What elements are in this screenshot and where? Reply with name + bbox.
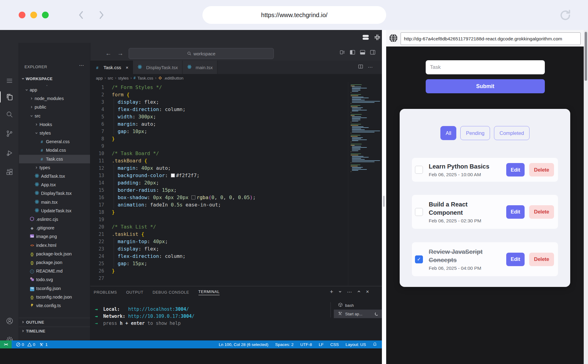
menu-icon[interactable] xyxy=(0,74,19,87)
timeline-section[interactable]: TIMELINE xyxy=(19,327,90,335)
close-panel-icon[interactable]: × xyxy=(366,289,369,295)
file-tree-item[interactable]: Hooks xyxy=(19,120,90,129)
explorer-icon[interactable] xyxy=(0,90,19,104)
edit-button[interactable]: Edit xyxy=(506,205,525,219)
workspace-root[interactable]: WORKSPACE xyxy=(19,75,90,82)
edit-button[interactable]: Edit xyxy=(506,253,525,266)
file-tree-item[interactable]: DisplayTask.tsx xyxy=(19,189,90,198)
filter-all-button[interactable]: All xyxy=(440,126,456,140)
browser-forward-icon[interactable] xyxy=(97,10,105,21)
delete-button[interactable]: Delete xyxy=(529,205,554,219)
explorer-actions-icon[interactable]: ⋯ xyxy=(79,62,84,68)
file-tree-item[interactable]: TStsconfig.json xyxy=(19,284,90,293)
file-tree-item[interactable]: styles xyxy=(19,129,90,137)
language-mode[interactable]: CSS xyxy=(330,342,339,347)
tab-task-css[interactable]: #Task.css× xyxy=(90,61,133,74)
file-tree-item[interactable]: app xyxy=(19,86,90,94)
browser-back-icon[interactable] xyxy=(77,10,85,21)
file-tree-item[interactable]: vite.config.ts xyxy=(19,301,90,310)
file-tree-item[interactable]: .eslintrc.cjs xyxy=(19,215,90,224)
minimize-window-button[interactable] xyxy=(30,12,37,18)
panel-tab-output[interactable]: OUTPUT xyxy=(126,290,143,295)
close-window-button[interactable] xyxy=(19,12,25,18)
indentation[interactable]: Spaces: 2 xyxy=(275,342,293,347)
panel-tab-terminal[interactable]: TERMINAL xyxy=(198,289,220,295)
file-tree-item[interactable]: types xyxy=(19,163,90,172)
file-tree-item[interactable]: AddTask.tsx xyxy=(19,172,90,180)
breadcrumb-item[interactable]: styles xyxy=(118,76,129,80)
file-tree-item[interactable]: image.png xyxy=(19,232,90,241)
toggle-sidebar-icon[interactable] xyxy=(349,49,356,57)
file-tree-item[interactable]: iREADME.md xyxy=(19,267,90,275)
divider-thumb[interactable] xyxy=(383,196,385,207)
browser-reload-icon[interactable] xyxy=(559,9,571,23)
preview-scrollbar[interactable] xyxy=(584,30,588,364)
file-tree-item[interactable]: {}package.json xyxy=(19,258,90,267)
delete-button[interactable]: Delete xyxy=(529,253,554,266)
maximize-window-button[interactable] xyxy=(42,12,49,18)
source-control-icon[interactable] xyxy=(0,127,19,140)
file-tree-item[interactable]: UpdateTask.tsx xyxy=(19,206,90,215)
task-checkbox[interactable]: ✓ xyxy=(415,255,423,263)
panel-tab-debug-console[interactable]: DEBUG CONSOLE xyxy=(153,290,189,295)
search-view-icon[interactable] xyxy=(0,108,19,121)
file-tree-item[interactable]: src xyxy=(19,112,90,120)
file-tree-item[interactable]: node_modules xyxy=(19,94,90,103)
browser-url-bar[interactable]: https://www.techgrind.io/ xyxy=(202,6,386,24)
file-tree-item[interactable]: public xyxy=(19,103,90,111)
terminal-session[interactable]: Start ap... xyxy=(334,310,382,318)
scrollbar-thumb[interactable] xyxy=(585,32,587,81)
breadcrumb-file[interactable]: Task.css xyxy=(138,76,153,80)
encoding[interactable]: UTF-8 xyxy=(300,342,312,347)
eol[interactable]: LF xyxy=(319,342,324,347)
toggle-secondary-sidebar-icon[interactable] xyxy=(370,49,376,57)
breadcrumb-symbol[interactable]: .editButton xyxy=(164,76,184,80)
stacked-panels-icon[interactable] xyxy=(362,34,369,42)
close-tab-icon[interactable]: × xyxy=(126,65,129,70)
breadcrumb-item[interactable]: app xyxy=(96,76,103,80)
split-editor-icon[interactable] xyxy=(358,64,364,71)
extensions-icon[interactable] xyxy=(0,165,19,179)
file-tree-item[interactable]: #General.css xyxy=(19,137,90,146)
delete-button[interactable]: Delete xyxy=(529,163,554,176)
preview-url-input[interactable] xyxy=(401,32,581,45)
file-tree-item[interactable]: {}package-lock.json xyxy=(19,250,90,258)
filter-completed-button[interactable]: Completed xyxy=(494,126,530,140)
terminal-session[interactable]: bash xyxy=(334,301,382,310)
editor-back-icon[interactable]: ← xyxy=(105,50,111,57)
breadcrumb[interactable]: app›src›styles›#Task.css›.editButton xyxy=(90,74,382,82)
account-icon[interactable] xyxy=(0,314,19,328)
new-terminal-icon[interactable]: + xyxy=(330,290,333,294)
maximize-panel-icon[interactable] xyxy=(357,289,361,295)
editor-forward-icon[interactable]: → xyxy=(117,50,123,57)
file-tree-item[interactable]: todo.svg xyxy=(19,275,90,284)
file-tree-item[interactable]: <>index.html xyxy=(19,241,90,250)
terminal-dropdown-icon[interactable] xyxy=(338,289,342,295)
submit-button[interactable]: Submit xyxy=(426,79,545,93)
run-debug-icon[interactable] xyxy=(0,146,19,160)
cursor-position[interactable]: Ln 100, Col 28 (6 selected) xyxy=(219,342,268,347)
tab-main-tsx[interactable]: main.tsx xyxy=(183,61,217,74)
task-input[interactable] xyxy=(426,60,545,74)
split-divider[interactable] xyxy=(382,30,386,364)
terminal-output[interactable]: → Local: http://localhost:3004/→ Network… xyxy=(95,306,194,327)
file-tree-item[interactable]: #Task.css xyxy=(19,155,90,163)
edit-button[interactable]: Edit xyxy=(506,163,525,176)
more-actions-icon[interactable]: ⋯ xyxy=(368,64,373,70)
outline-section[interactable]: OUTLINE xyxy=(19,318,90,326)
task-checkbox[interactable] xyxy=(415,166,423,174)
toggle-panel-icon[interactable] xyxy=(360,49,366,57)
panel-more-icon[interactable]: ⋯ xyxy=(347,289,352,295)
tab-displaytask-tsx[interactable]: DisplayTask.tsx xyxy=(133,61,182,74)
ports-status[interactable]: 1 xyxy=(40,342,48,347)
file-tree-item[interactable]: {}tsconfig.node.json xyxy=(19,293,90,301)
filter-pending-button[interactable]: Pending xyxy=(460,126,490,140)
file-tree-item[interactable]: App.tsx xyxy=(19,180,90,189)
file-tree-item[interactable]: main.tsx xyxy=(19,198,90,206)
compress-icon[interactable] xyxy=(374,34,381,42)
breadcrumb-item[interactable]: src xyxy=(108,76,113,80)
code-editor[interactable]: 1/* Form Styles */2form {3 display: flex… xyxy=(90,82,348,286)
file-tree-item[interactable]: #Modal.css xyxy=(19,146,90,154)
file-tree-item[interactable]: ◆.gitignore xyxy=(19,224,90,232)
remote-indicator[interactable]: >< xyxy=(0,340,12,348)
